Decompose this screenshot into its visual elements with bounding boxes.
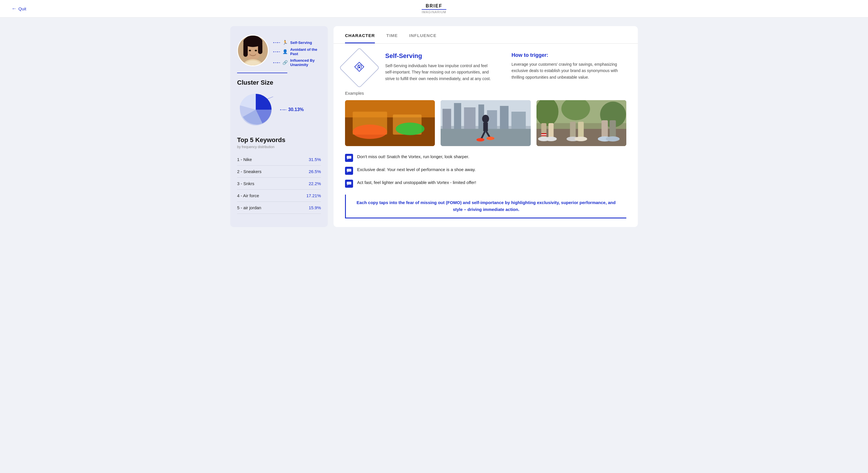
svg-rect-42 bbox=[548, 123, 553, 137]
keyword-3: 3 - Snkrs bbox=[237, 181, 254, 186]
trait-icon-box bbox=[339, 48, 379, 88]
avatar bbox=[237, 35, 269, 66]
copy-list: Don't miss out! Snatch the Vortex, run l… bbox=[345, 154, 626, 188]
top-header: ← Quit BRIEF IMAGINARIUM bbox=[0, 0, 868, 18]
svg-rect-55 bbox=[347, 156, 351, 159]
example-image-2 bbox=[441, 100, 530, 146]
svg-point-34 bbox=[487, 137, 495, 140]
examples-images bbox=[345, 100, 626, 146]
svg-point-18 bbox=[396, 123, 425, 135]
trait-info: Self-Serving Self-Serving individuals ha… bbox=[385, 52, 500, 82]
svg-rect-47 bbox=[570, 122, 576, 137]
example-image-3 bbox=[536, 100, 626, 146]
tab-time[interactable]: TIME bbox=[386, 33, 398, 43]
keyword-4-pct: 17.21% bbox=[306, 193, 321, 198]
keyword-row: 4 - Air force 17.21% bbox=[237, 190, 321, 202]
example-img-3-svg bbox=[536, 100, 626, 146]
quit-button[interactable]: ← Quit bbox=[11, 6, 26, 12]
trigger-title: How to trigger: bbox=[512, 52, 626, 58]
influenced-icon: 🔗 bbox=[282, 60, 288, 65]
keyword-row: 5 - air jordan 15.9% bbox=[237, 202, 321, 214]
keyword-row: 2 - Sneakers 26.5% bbox=[237, 166, 321, 178]
tag-influenced-label: Influenced ByUnanimity bbox=[290, 58, 315, 67]
svg-point-33 bbox=[476, 138, 485, 141]
keyword-2-pct: 26.5% bbox=[309, 169, 321, 174]
avoidant-icon: 👤 bbox=[282, 49, 288, 54]
example-img-2-svg bbox=[441, 100, 530, 146]
tag-avoidant-label: Avoidant of the Past bbox=[290, 48, 321, 56]
svg-point-17 bbox=[353, 125, 387, 139]
tag-self-serving: 🏃 Self-Serving bbox=[273, 40, 321, 45]
copy-item-1: Don't miss out! Snatch the Vortex, run l… bbox=[345, 154, 626, 162]
examples-label: Examples bbox=[345, 91, 626, 96]
trait-name: Self-Serving bbox=[385, 52, 500, 60]
svg-point-12 bbox=[359, 67, 360, 68]
keyword-2: 2 - Sneakers bbox=[237, 169, 261, 174]
keyword-row: 3 - Snkrs 22.2% bbox=[237, 178, 321, 190]
keyword-5: 5 - air jordan bbox=[237, 205, 261, 210]
keyword-list: 1 - Nike 31.5% 2 - Sneakers 26.5% 3 - Sn… bbox=[237, 154, 321, 214]
trait-description: Self-Serving individuals have low impuls… bbox=[385, 63, 494, 82]
copy-text-3: Act fast, feel lighter and unstoppable w… bbox=[357, 179, 476, 186]
keywords-subtitle: by frequency distribution bbox=[237, 145, 321, 149]
app-title: BRIEF bbox=[422, 3, 446, 10]
keyword-3-pct: 22.2% bbox=[309, 181, 321, 186]
keyword-4: 4 - Air force bbox=[237, 193, 259, 198]
divider bbox=[237, 73, 287, 73]
tag-connector bbox=[273, 62, 280, 63]
trait-svg-icon bbox=[353, 61, 365, 73]
svg-marker-60 bbox=[347, 185, 348, 186]
copy-text-2: Exclusive deal: Your next level of perfo… bbox=[357, 166, 476, 173]
sidebar: 🏃 Self-Serving 👤 Avoidant of the Past 🔗 … bbox=[230, 26, 328, 227]
svg-marker-58 bbox=[347, 171, 348, 173]
main-layout: 🏃 Self-Serving 👤 Avoidant of the Past 🔗 … bbox=[224, 18, 644, 235]
header-center: BRIEF IMAGINARIUM bbox=[422, 3, 446, 14]
svg-rect-57 bbox=[347, 169, 351, 171]
quit-label: Quit bbox=[19, 6, 26, 11]
character-content: Self-Serving Self-Serving individuals ha… bbox=[334, 43, 638, 227]
svg-rect-23 bbox=[464, 107, 476, 129]
main-content: CHARACTER TIME INFLUENCE bbox=[334, 26, 638, 227]
svg-rect-27 bbox=[512, 112, 526, 129]
svg-rect-30 bbox=[484, 123, 488, 131]
svg-point-50 bbox=[575, 137, 587, 141]
copy-icon-3 bbox=[345, 180, 353, 188]
svg-point-5 bbox=[243, 36, 262, 47]
summary-text: Each copy taps into the fear of missing … bbox=[352, 199, 621, 213]
profile-section: 🏃 Self-Serving 👤 Avoidant of the Past 🔗 … bbox=[237, 35, 321, 67]
svg-point-29 bbox=[482, 115, 489, 123]
tag-influenced: 🔗 Influenced ByUnanimity bbox=[273, 58, 321, 67]
svg-point-54 bbox=[606, 136, 619, 141]
svg-rect-21 bbox=[443, 109, 451, 129]
trait-section: Self-Serving Self-Serving individuals ha… bbox=[345, 52, 626, 82]
avatar-container bbox=[237, 35, 269, 66]
tab-influence[interactable]: INFLUENCE bbox=[409, 33, 437, 43]
copy-icon-1 bbox=[345, 154, 353, 162]
summary-box: Each copy taps into the fear of missing … bbox=[345, 195, 626, 218]
svg-rect-46 bbox=[541, 134, 546, 135]
tab-character[interactable]: CHARACTER bbox=[345, 33, 375, 43]
svg-rect-51 bbox=[601, 120, 608, 137]
app-subtitle: IMAGINARIUM bbox=[422, 10, 446, 14]
tag-avoidant: 👤 Avoidant of the Past bbox=[273, 48, 321, 56]
pie-chart bbox=[237, 91, 274, 128]
svg-point-7 bbox=[255, 50, 257, 51]
tabs-row: CHARACTER TIME INFLUENCE bbox=[334, 26, 638, 43]
how-to-trigger: How to trigger: Leverage your customers'… bbox=[512, 52, 626, 82]
svg-marker-56 bbox=[347, 159, 348, 160]
example-img-1-svg bbox=[345, 100, 435, 146]
svg-point-6 bbox=[249, 50, 251, 51]
svg-point-44 bbox=[545, 137, 557, 141]
tag-connector bbox=[273, 51, 280, 52]
svg-rect-48 bbox=[578, 122, 584, 137]
tag-connector bbox=[273, 42, 280, 43]
keyword-row: 1 - Nike 31.5% bbox=[237, 154, 321, 166]
profile-tags: 🏃 Self-Serving 👤 Avoidant of the Past 🔗 … bbox=[273, 35, 321, 67]
svg-rect-26 bbox=[500, 106, 508, 129]
keywords-title: Top 5 Keywords bbox=[237, 136, 321, 144]
svg-rect-59 bbox=[347, 182, 351, 185]
back-arrow-icon: ← bbox=[11, 6, 17, 12]
svg-rect-52 bbox=[609, 120, 616, 137]
pie-percentage-label: 30.13% bbox=[280, 107, 304, 112]
trait-icon bbox=[353, 61, 365, 75]
